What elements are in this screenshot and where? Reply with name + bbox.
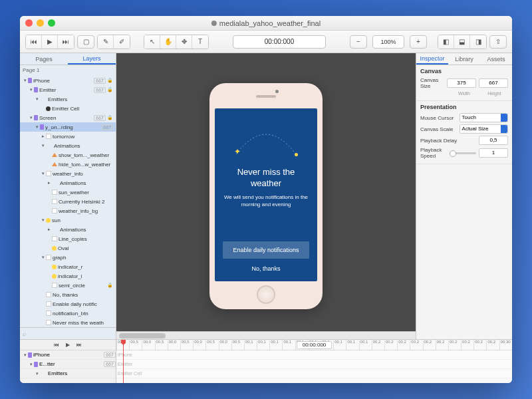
layer-row[interactable]: ▾Animations <box>20 141 116 150</box>
tl-rewind-button[interactable]: ⏮ <box>54 342 59 348</box>
tl-play-button[interactable]: ▶ <box>66 342 70 348</box>
pointer-icon[interactable]: ↖ <box>144 35 160 49</box>
playhead[interactable] <box>123 340 124 383</box>
timeline-track[interactable]: Emitter <box>116 360 512 369</box>
speed-slider[interactable] <box>450 152 476 154</box>
phone-screen: ✦ Never miss the weather We will send yo… <box>215 108 317 281</box>
layer-row[interactable]: Currently Helsinki 2 <box>20 197 116 206</box>
tool-button-1[interactable]: ▢ <box>77 35 94 49</box>
decline-button[interactable]: No, thanks <box>251 265 280 272</box>
timeline-time-display: 00:00:000 <box>297 341 332 349</box>
layer-row[interactable]: ▾Emitters <box>20 94 116 104</box>
scroll-thumb[interactable] <box>119 333 166 338</box>
tl-forward-button[interactable]: ⏭ <box>76 342 82 348</box>
panel-bottom-icon[interactable]: ⬓ <box>454 35 470 49</box>
layer-row[interactable]: sun_weather <box>20 188 116 197</box>
timeline-track[interactable]: iPhone <box>116 350 512 360</box>
dot-icon <box>295 153 298 156</box>
layer-row[interactable]: ▾sun <box>20 215 116 225</box>
play-button[interactable]: ▶ <box>42 35 58 49</box>
canvas-size-label: Canvas Size <box>420 77 444 89</box>
layer-row[interactable]: Oval <box>20 243 116 253</box>
cursor-select[interactable]: Touch <box>460 113 508 122</box>
layer-row[interactable]: No, thanks <box>20 290 116 299</box>
delay-input[interactable]: 0,5 <box>479 136 508 145</box>
scale-select[interactable]: Actual Size <box>460 124 508 134</box>
text-icon[interactable]: T <box>192 35 208 49</box>
timeline-layer-row[interactable]: ▾Emitters <box>20 369 116 378</box>
layer-row[interactable]: weather_info_bg <box>20 206 116 215</box>
timeline-track[interactable]: Emitter Cell <box>116 369 512 378</box>
layer-row[interactable]: ▾Screen667🔒 <box>20 113 116 122</box>
panel-right-icon[interactable]: ◨ <box>470 35 486 49</box>
layer-row[interactable]: Never miss the weath <box>20 318 116 327</box>
zoom-display[interactable]: 100% <box>372 35 404 49</box>
canvas-width-input[interactable]: 375 <box>447 78 476 88</box>
rewind-button[interactable]: ⏮ <box>26 35 42 49</box>
search-field[interactable]: ⌕ <box>20 327 116 339</box>
cursor-label: Mouse Cursor <box>420 115 457 121</box>
canvas-header: Canvas <box>420 68 508 74</box>
zoom-in-button[interactable]: + <box>410 35 427 49</box>
headline: Never miss the weather <box>223 167 309 190</box>
layer-tree[interactable]: ▾iPhone667🔒▾Emitter667🔒▾EmittersEmitter … <box>20 74 116 327</box>
tab-inspector[interactable]: Inspector <box>416 53 448 65</box>
export-button[interactable]: ⇧ <box>489 35 507 49</box>
titlebar[interactable]: medialab_yahoo_weather_final <box>20 16 512 31</box>
tab-library[interactable]: Library <box>448 53 480 65</box>
minimize-button[interactable] <box>37 19 44 27</box>
canvas-section: Canvas Canvas Size 375 667 Width Height <box>416 65 512 101</box>
layer-row[interactable]: show_tom..._weather <box>20 150 116 160</box>
page-label[interactable]: Page 1 <box>20 65 116 74</box>
timeline-tracks[interactable]: 00,000,500,000,500,000,500,000,500,000,5… <box>116 340 512 383</box>
edit-icon[interactable]: ✐ <box>114 35 130 49</box>
tab-assets[interactable]: Assets <box>480 53 512 65</box>
phone-frame: ✦ Never miss the weather We will send yo… <box>209 83 323 309</box>
layer-row[interactable]: indicator_l <box>20 271 116 281</box>
layer-row[interactable]: semi_circle🔒 <box>20 281 116 290</box>
move-icon[interactable]: ✥ <box>176 35 192 49</box>
app-window: medialab_yahoo_weather_final ⏮ ▶ ⏭ ▢ ✎ ✐… <box>20 16 512 383</box>
layer-row[interactable]: ▸tomorrow <box>20 132 116 141</box>
enable-button[interactable]: Enable daily notifications <box>223 241 309 259</box>
layer-row[interactable]: notification_btn <box>20 309 116 318</box>
canvas-height-input[interactable]: 667 <box>479 78 508 88</box>
delay-label: Playback Delay <box>420 138 476 144</box>
horizontal-scrollbar[interactable] <box>116 331 416 339</box>
timeline-layer-row[interactable]: ▾iPhone667 <box>20 350 116 360</box>
timeline-layer-row[interactable]: ▾E...tter667 <box>20 360 116 369</box>
height-sublabel: Height <box>481 91 508 96</box>
layer-row[interactable]: hide_tom...w_weather <box>20 160 116 169</box>
layer-row[interactable]: ▸Animations <box>20 225 116 234</box>
close-button[interactable] <box>25 19 33 27</box>
main-area: Pages Layers Page 1 ▾iPhone667🔒▾Emitter6… <box>20 53 512 339</box>
pencil-icon[interactable]: ✎ <box>98 35 114 49</box>
layer-row[interactable]: ▾iPhone667🔒 <box>20 76 116 85</box>
width-sublabel: Width <box>450 91 477 96</box>
layer-row[interactable]: indicator_r <box>20 262 116 271</box>
layer-row[interactable]: Line_copies <box>20 234 116 243</box>
speed-input[interactable]: 1 <box>479 148 508 158</box>
forward-button[interactable]: ⏭ <box>58 35 74 49</box>
document-status-icon <box>211 21 217 26</box>
sparkle-icon: ✦ <box>234 147 241 156</box>
cursor-tools: ↖ ✋ ✥ T <box>144 35 209 49</box>
hand-icon[interactable]: ✋ <box>160 35 176 49</box>
layer-row[interactable]: ▾Emitter667🔒 <box>20 85 116 94</box>
layer-row[interactable]: Enable daily notific <box>20 299 116 309</box>
layer-row[interactable]: ▾graph <box>20 253 116 262</box>
arc-graphic: ✦ <box>233 124 299 158</box>
layer-row[interactable]: Emitter Cell <box>20 104 116 113</box>
zoom-button[interactable] <box>48 19 55 27</box>
scale-label: Canvas Scale <box>420 126 457 132</box>
layer-row[interactable]: ▾weather_info <box>20 169 116 178</box>
canvas[interactable]: ✦ Never miss the weather We will send yo… <box>116 53 416 339</box>
layer-row[interactable]: ▸Animations <box>20 178 116 188</box>
view-tools: ◧ ⬓ ◨ <box>438 35 487 49</box>
tab-pages[interactable]: Pages <box>20 53 68 65</box>
home-button[interactable] <box>257 285 275 304</box>
tab-layers[interactable]: Layers <box>68 53 116 65</box>
zoom-out-button[interactable]: − <box>350 35 367 49</box>
panel-left-icon[interactable]: ◧ <box>438 35 454 49</box>
layer-row[interactable]: ▾y_on...rding667 <box>20 122 116 132</box>
